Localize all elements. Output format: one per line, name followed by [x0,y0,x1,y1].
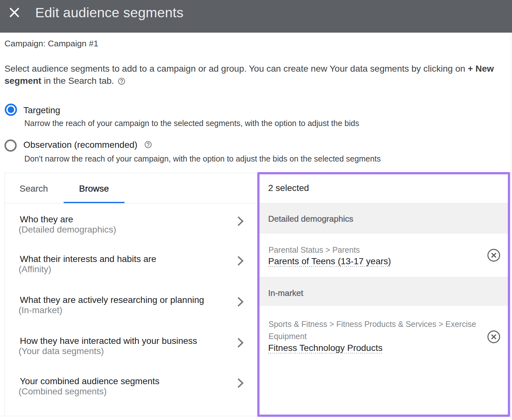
campaign-label: Campaign: Campaign #1 [4,38,98,49]
intro-line1-bold: + New [468,64,494,74]
browse-item-title: What their interests and habits are [20,254,231,264]
segment-name: Parents of Teens (13-17 years) [268,257,391,266]
intro-line2: in the Search tab. [41,76,114,86]
browse-item[interactable]: What their interests and habits are (Aff… [20,254,231,274]
browse-item[interactable]: What they are actively researching or pl… [20,295,231,315]
group-heading-label: Detailed demographics [268,214,353,224]
browse-item[interactable]: Who they are (Detailed demographics) [20,214,231,235]
browse-item-title: Your combined audience segments [20,376,231,386]
chevron-right-icon [237,378,244,388]
radio-observation-label[interactable]: Observation (recommended) [23,139,137,150]
close-icon[interactable] [10,8,19,17]
browse-item[interactable]: How they have interacted with your busin… [20,336,231,356]
intro-line2-bold: segment [4,76,41,86]
browse-item-title: Who they are [20,214,231,225]
radio-targeting-description: Narrow the reach of your campaign to the… [24,118,359,128]
tab-browse[interactable]: Browse [79,183,109,194]
chevron-right-icon [237,256,244,266]
remove-segment-icon[interactable] [487,330,500,344]
selection-group-heading: In-market [258,277,510,306]
selection-group-heading: Detailed demographics [258,203,510,234]
browse-item-subtitle: (Affinity) [19,264,231,274]
remove-segment-icon[interactable] [487,249,500,262]
intro-line1: Select audience segments to add to a cam… [4,64,468,74]
browse-item-title: What they are actively researching or pl… [20,295,231,305]
browse-item[interactable]: Your combined audience segments (Combine… [20,376,231,397]
segment-breadcrumb: Parental Status > Parents [268,244,480,256]
tab-search[interactable]: Search [20,183,48,194]
segment-name-text[interactable]: Fitness Technology Products [268,343,382,354]
help-icon[interactable] [117,77,126,85]
chevron-right-icon [237,216,244,226]
right-edge-divider [511,33,511,420]
bottom-divider [0,416,512,416]
chevron-right-icon [237,338,244,348]
radio-observation[interactable] [4,139,17,152]
help-icon[interactable] [144,140,152,149]
browse-item-subtitle: (Your data segments) [19,346,231,356]
breadcrumb-line: Sports & Fitness > Fitness Products & Se… [268,320,476,329]
group-heading-label: In-market [268,288,303,298]
breadcrumb-line: Equipment [268,332,307,341]
browse-item-subtitle: (Combined segments) [19,386,231,397]
radio-targeting-label[interactable]: Targeting [23,105,60,116]
browse-item-subtitle: (Detailed demographics) [19,225,231,235]
chevron-right-icon [237,297,244,307]
selected-count: 2 selected [268,183,309,194]
browse-item-title: How they have interacted with your busin… [20,336,231,346]
browse-item-subtitle: (In-market) [19,305,231,315]
dialog-header: Edit audience segments [0,0,512,33]
segment-name-text[interactable]: Parents of Teens (13-17 years) [268,256,391,267]
segment-breadcrumb: Sports & Fitness > Fitness Products & Se… [268,318,480,342]
radio-observation-description: Don't narrow the reach of your campaign,… [24,154,381,164]
segment-name: Fitness Technology Products [268,343,382,353]
radio-targeting[interactable] [5,104,17,116]
dialog-title: Edit audience segments [35,4,183,20]
intro-text: Select audience segments to add to a cam… [4,63,507,87]
